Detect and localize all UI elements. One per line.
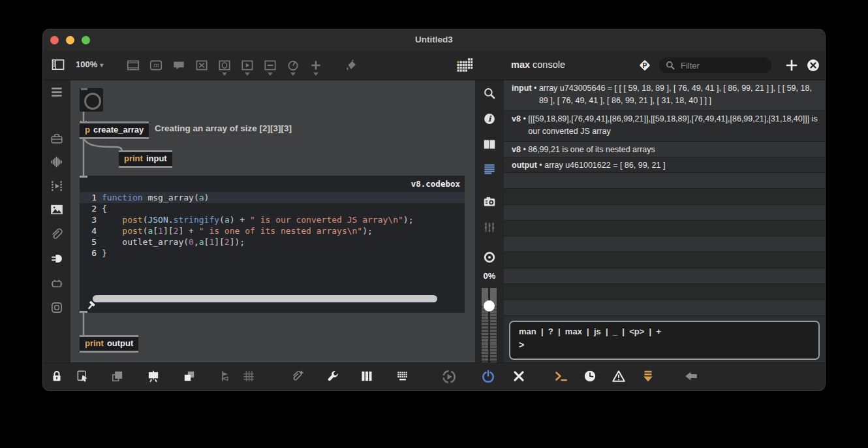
console-message-row[interactable]: input • array u743005646 = [ [ [ 59, 18,… bbox=[504, 80, 825, 111]
compile-hammer-icon[interactable] bbox=[85, 299, 98, 312]
paint-bucket-icon[interactable] bbox=[344, 58, 360, 72]
master-gain-slider[interactable] bbox=[482, 288, 497, 363]
print-output-object[interactable]: printoutput bbox=[80, 335, 138, 353]
print-input-object[interactable]: printinput bbox=[119, 150, 172, 168]
layers-icon[interactable] bbox=[182, 369, 196, 383]
message-box-icon[interactable]: m bbox=[149, 58, 163, 72]
sidebar-toggle-icon[interactable] bbox=[51, 58, 65, 71]
grid-icon[interactable] bbox=[241, 369, 256, 383]
object-palette-icon[interactable] bbox=[456, 57, 474, 73]
filter-input[interactable] bbox=[679, 60, 760, 71]
code-line[interactable]: 5 outlet_array(0,a[1][2]); bbox=[80, 236, 465, 248]
video-icon[interactable] bbox=[50, 179, 64, 193]
code-text: { bbox=[102, 203, 107, 214]
clear-console-icon[interactable] bbox=[512, 369, 526, 383]
magnifier-icon[interactable] bbox=[482, 86, 497, 101]
code-text: outlet_array(0,a[1][2]); bbox=[102, 236, 245, 248]
titlebar[interactable]: Untitled3 bbox=[43, 29, 825, 51]
run-icon[interactable] bbox=[441, 369, 457, 385]
code-line[interactable]: 3 post(JSON.stringify(a) + " is our conv… bbox=[80, 214, 465, 225]
object-box-icon[interactable] bbox=[126, 58, 140, 72]
dial-icon[interactable] bbox=[286, 58, 300, 72]
code-line[interactable]: 4 post(a[1][2] + " is one of its nested … bbox=[80, 225, 465, 236]
console-command-box[interactable]: man | ? | max | js | _ | <p> | + > bbox=[509, 321, 820, 360]
code-text: } bbox=[102, 248, 107, 259]
button-icon[interactable] bbox=[240, 58, 255, 72]
warnings-icon[interactable] bbox=[612, 369, 626, 383]
button-caret-icon[interactable] bbox=[245, 72, 250, 76]
console-message-prefix: v8 • bbox=[512, 113, 528, 125]
console-message-row[interactable]: v8 • [[[59,18,89],[76,49,41],[86,99,21]]… bbox=[504, 111, 825, 142]
chevron-down-icon: ▾ bbox=[100, 61, 103, 69]
toolbox-icon[interactable] bbox=[50, 131, 64, 146]
left-sidebar bbox=[43, 80, 70, 363]
command-hints: man | ? | max | js | _ | <p> | + bbox=[519, 327, 810, 336]
add-console-tab-icon[interactable] bbox=[784, 58, 799, 72]
console-log-icon[interactable] bbox=[482, 162, 497, 176]
presentation-icon[interactable] bbox=[146, 369, 161, 383]
code-editor[interactable]: 1function msg_array(a)2{3 post(JSON.stri… bbox=[80, 192, 465, 259]
plus-icon[interactable] bbox=[309, 58, 323, 72]
console-message-text: [[[59,18,89],[76,49,41],[86,99,21]],[[59… bbox=[528, 113, 818, 138]
attach-new-icon[interactable] bbox=[290, 369, 305, 383]
console-message-text: array u743005646 = [ [ [ 59, 18, 89 ], [… bbox=[539, 82, 818, 107]
clock-icon[interactable] bbox=[583, 369, 597, 383]
patcher-comment[interactable]: Creating an array of size [2][3][3] bbox=[155, 123, 292, 133]
keyboard-icon[interactable] bbox=[395, 369, 410, 383]
console-message-prefix: output • bbox=[512, 159, 544, 172]
debug-breakpoint-icon[interactable]: P bbox=[637, 57, 653, 73]
zoom-level-dropdown[interactable]: 100%▾ bbox=[76, 59, 103, 69]
plus-caret-icon[interactable] bbox=[313, 72, 318, 76]
info-icon[interactable]: i bbox=[482, 112, 497, 126]
line-number: 1 bbox=[80, 192, 102, 203]
console-empty-row bbox=[504, 284, 825, 300]
number-box-icon[interactable] bbox=[217, 58, 232, 72]
audio-icon[interactable] bbox=[50, 155, 64, 169]
code-line[interactable]: 6} bbox=[80, 248, 465, 259]
audio-power-icon[interactable] bbox=[481, 369, 495, 383]
console-message-row[interactable]: v8 • 86,99,21 is one of its nested array… bbox=[504, 142, 825, 157]
plug-icon[interactable] bbox=[50, 251, 64, 266]
slider-caret-icon[interactable] bbox=[268, 72, 273, 76]
align-icon[interactable] bbox=[218, 369, 232, 383]
lock-icon[interactable] bbox=[50, 369, 64, 383]
code-line[interactable]: 2{ bbox=[80, 203, 465, 214]
v8-codebox-object[interactable]: v8.codebox 1function msg_array(a)2{3 pos… bbox=[80, 176, 465, 313]
wrench-icon[interactable] bbox=[326, 369, 340, 383]
close-console-icon[interactable] bbox=[805, 57, 821, 73]
command-prompt-line[interactable]: > bbox=[519, 340, 810, 350]
background-icon[interactable] bbox=[110, 369, 125, 383]
console-empty-row bbox=[504, 173, 825, 189]
toggle-icon[interactable] bbox=[194, 58, 209, 72]
snapshot-icon[interactable] bbox=[482, 195, 497, 209]
slider-icon[interactable] bbox=[263, 58, 277, 72]
split-view-icon[interactable] bbox=[482, 137, 497, 152]
console-filter[interactable] bbox=[659, 57, 771, 73]
line-number: 4 bbox=[80, 225, 102, 236]
gain-knob[interactable] bbox=[484, 300, 495, 312]
console-empty-row bbox=[504, 221, 825, 236]
image-icon[interactable] bbox=[50, 202, 64, 217]
record-icon[interactable] bbox=[482, 250, 497, 264]
select-icon[interactable] bbox=[76, 369, 90, 383]
number-box-caret-icon[interactable] bbox=[222, 72, 227, 76]
back-icon[interactable] bbox=[683, 369, 699, 383]
code-line[interactable]: 1function msg_array(a) bbox=[80, 192, 465, 203]
codebox-horizontal-scrollbar[interactable] bbox=[93, 295, 437, 302]
piano-icon[interactable] bbox=[360, 369, 374, 383]
package-icon[interactable] bbox=[50, 300, 64, 315]
menu-icon[interactable] bbox=[50, 85, 64, 99]
console-message-row[interactable]: output • array u461001622 = [ 86, 99, 21… bbox=[504, 157, 825, 173]
bang-button[interactable] bbox=[80, 88, 103, 112]
vise-icon[interactable] bbox=[50, 276, 64, 291]
subpatcher-object-p-create-array[interactable]: pcreate_array bbox=[80, 121, 149, 139]
filters-icon[interactable] bbox=[482, 220, 497, 234]
collect-icon[interactable] bbox=[641, 369, 655, 383]
dial-caret-icon[interactable] bbox=[290, 72, 296, 76]
bottom-toolbar bbox=[43, 362, 825, 391]
comment-box-icon[interactable] bbox=[172, 58, 186, 72]
command-prompt-icon[interactable] bbox=[553, 369, 569, 383]
patcher-canvas[interactable]: pcreate_array Creating an array of size … bbox=[70, 80, 475, 363]
paperclip-icon[interactable] bbox=[50, 227, 64, 242]
line-number: 2 bbox=[80, 203, 102, 214]
